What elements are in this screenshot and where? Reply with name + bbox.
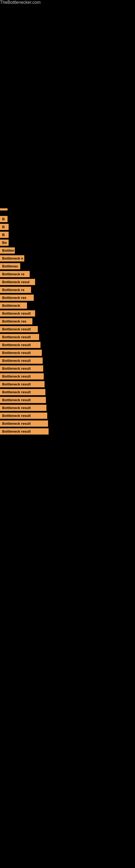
bottleneck-item-2: B bbox=[0, 216, 8, 222]
bottleneck-item-13: Bottleneck bbox=[0, 303, 27, 309]
bottleneck-item-17: Bottleneck result bbox=[0, 334, 39, 340]
bottleneck-item-3: B bbox=[0, 224, 9, 230]
bottleneck-item-27: Bottleneck result bbox=[0, 412, 47, 419]
bottleneck-item-24: Bottleneck result bbox=[0, 389, 45, 395]
bottleneck-item-18: Bottleneck result bbox=[0, 342, 41, 348]
bottleneck-item-25: Bottleneck result bbox=[0, 397, 46, 403]
bottleneck-item-26: Bottleneck result bbox=[0, 405, 46, 411]
bottleneck-item-4: B bbox=[0, 231, 9, 238]
bottleneck-item-15: Bottleneck res bbox=[0, 318, 32, 324]
bottleneck-item-16: Bottleneck result bbox=[0, 326, 38, 332]
chart-area bbox=[0, 5, 135, 135]
bottleneck-item-20: Bottleneck result bbox=[0, 358, 43, 364]
bottleneck-item-6: Bottlen bbox=[0, 247, 15, 254]
bottleneck-items-container: BBBBoBottlenBottleneck nBottlenecBottlen… bbox=[0, 135, 135, 435]
bottleneck-item-21: Bottleneck result bbox=[0, 365, 43, 372]
bottleneck-item-7: Bottleneck n bbox=[0, 255, 24, 261]
bottleneck-item-29: Bottleneck result bbox=[0, 428, 49, 435]
bottleneck-item-23: Bottleneck result bbox=[0, 381, 45, 388]
bottleneck-item-9: Bottleneck re bbox=[0, 271, 30, 277]
bottleneck-item-19: Bottleneck result bbox=[0, 350, 42, 356]
bottleneck-item-28: Bottleneck result bbox=[0, 421, 48, 427]
bottleneck-item-8: Bottlenec bbox=[0, 263, 20, 269]
bottleneck-item-1 bbox=[0, 208, 8, 211]
bottleneck-item-22: Bottleneck result bbox=[0, 373, 44, 379]
bottleneck-item-14: Bottleneck result bbox=[0, 310, 35, 316]
bottleneck-item-5: Bo bbox=[0, 240, 9, 246]
bottleneck-item-10: Bottleneck resul bbox=[0, 279, 35, 285]
site-title-bar: TheBottlenecker.com bbox=[0, 0, 135, 5]
bottleneck-item-11: Bottleneck re bbox=[0, 287, 31, 293]
bottleneck-item-12: Bottleneck res bbox=[0, 294, 34, 301]
